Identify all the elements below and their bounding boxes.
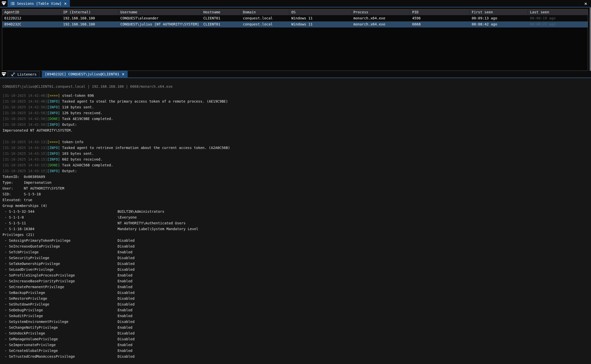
console-line: - SeProfileSingleProcessPrivilegeEnabled [3,272,591,278]
session-cell: CONQUEST\julius [NT AUTHORITY\SYSTEM] [118,21,201,27]
console-line: - SeShutdownPrivilegeDisabled [3,301,591,307]
tab-listeners[interactable]: Listeners [8,71,40,77]
column-header-username[interactable]: Username [118,9,201,15]
session-cell: Windows 11 [289,21,351,27]
session-cell: 4596 [410,15,470,21]
session-cell: 00:09:13 ago [470,15,528,21]
console-line: Type: Impersonation [3,180,591,186]
session-cell: conquest.local [241,15,289,21]
console-line: Group memberships (4) [3,203,591,209]
session-cell: CLIENT01 [201,15,241,21]
console-line: User: NT AUTHORITY\SYSTEM [3,186,591,191]
console-line: - SeIncreaseQuotaPrivilegeDisabled [3,244,591,249]
agent-status-line: CONQUEST\julius@CLIENT01.conquest.local … [3,84,591,89]
c2-client-window: Sessions [Table View] × × AgentIDIP (Int… [0,0,591,364]
list-view-icon [11,2,15,6]
table-header-row: AgentIDIP (Internal)UsernameHostnameDoma… [2,9,588,15]
triangle-down-icon [2,74,6,76]
satellite-dish-icon [11,72,15,77]
column-header-first-seen[interactable]: First seen [470,9,528,15]
console-line: - SeDebugPrivilegeEnabled [3,307,591,313]
console-line: [31-10-2025 14:43:15][INFO] 103 bytes se… [3,151,591,157]
window-close-icon[interactable]: × [582,1,589,7]
sessions-table-scrollbar[interactable] [590,8,591,72]
console-line: - SeManageVolumePrivilegeDisabled [3,336,591,342]
tab-listeners-label: Listeners [17,72,37,76]
console-line: - SeRestorePrivilegeDisabled [3,296,591,301]
tab-agent-close-icon[interactable]: × [122,72,125,76]
session-cell: 192.168.168.100 [61,15,118,21]
console-output: [31-10-2025 14:42:46][>>>>] steal-token … [3,93,591,359]
tab-overview-dropdown-button-2[interactable] [0,71,8,77]
console-line: - SeTcbPrivilegeEnabled [3,249,591,255]
tab-overview-dropdown-button[interactable] [0,0,8,7]
console-line: [31-10-2025 14:42:50][INFO] 126 bytes re… [3,110,591,116]
tab-agent-console[interactable]: [894D232C] CONQUEST\julius@CLIENT01 × [42,71,128,77]
console-line: - SeIncreaseBasePriorityPrivilegeEnabled [3,278,591,284]
console-line: [31-10-2025 14:42:46][INFO] Tasked agent… [3,99,591,104]
console-line: - SeSecurityPrivilegeDisabled [3,255,591,261]
session-cell: monarch.x64.exe [351,21,410,27]
console-line: - SeBackupPrivilegeDisabled [3,290,591,296]
console-line: - SeAssignPrimaryTokenPrivilegeDisabled [3,238,591,244]
session-row-6122D212[interactable]: 6122D212192.168.168.100CONQUEST\alexande… [2,15,588,21]
session-row-894D232C[interactable]: 894D232C192.168.168.100CONQUEST\julius [… [2,21,588,27]
console-line: [31-10-2025 14:43:15][INFO] 602 bytes re… [3,157,591,162]
triangle-down-icon [2,3,6,5]
console-line: - S-1-1-0\Everyone [3,215,591,220]
tab-agent-label: [894D232C] CONQUEST\julius@CLIENT01 [45,72,119,76]
console-line: Elevated: true [3,197,591,203]
session-cell: conquest.local [241,21,289,27]
column-header-process[interactable]: Process [351,9,410,15]
column-header-last-seen[interactable]: Last seen [528,9,588,15]
console-line: - SeSystemEnvironmentPrivilegeDisabled [3,319,591,325]
console-line: - SeTakeOwnershipPrivilegeDisabled [3,261,591,267]
console-line: - S-1-5-11NT AUTHORITY\Authenticated Use… [3,220,591,226]
console-line: TokenID: 0x00389A09 [3,174,591,180]
console-tabbar: Listeners [894D232C] CONQUEST\julius@CLI… [0,71,591,78]
session-cell: Windows 11 [289,15,351,21]
console-line: - SeCreatePermanentPrivilegeEnabled [3,284,591,290]
console-line: [31-10-2025 14:42:50][INFO] 118 bytes se… [3,104,591,110]
console-line: Privileges (21) [3,232,591,238]
console-line: - SeCreateGlobalPrivilegeEnabled [3,348,591,354]
console-line: [31-10-2025 14:43:15][INFO] Output: [3,168,591,174]
session-cell: 00:00:21 ago [528,21,588,27]
tab-sessions-label: Sessions [Table View] [17,2,62,6]
console-line: [31-10-2025 14:42:50][INFO] Output: [3,122,591,128]
console-line: [31-10-2025 14:43:13][>>>>] token-info [3,139,591,145]
column-header-hostname[interactable]: Hostname [201,9,241,15]
session-cell: 00:08:42 ago [470,21,528,27]
console-line: - SeTrustedCredManAccessPrivilegeDisable… [3,354,591,359]
column-header-pid[interactable]: PID [410,9,470,15]
column-header-os[interactable]: OS [289,9,351,15]
column-header-ip-internal[interactable]: IP (Internal) [61,9,118,15]
console-line: SID: S-1-5-18 [3,191,591,197]
sessions-tabbar: Sessions [Table View] × × [0,0,591,8]
console-line: Impersonated NT AUTHORITY\SYSTEM. [3,128,591,133]
tab-sessions-table-view[interactable]: Sessions [Table View] × [8,0,70,7]
session-cell: 6122D212 [2,15,61,21]
collapse-icon [2,72,6,73]
console-line: [31-10-2025 14:42:50][DONE] Task AE19C9B… [3,116,591,122]
console-line [3,133,591,139]
session-cell: 6668 [410,21,470,27]
tab-sessions-close-icon[interactable]: × [64,2,67,5]
collapse-icon [2,2,6,3]
agent-console[interactable]: CONQUEST\julius@CLIENT01.conquest.local … [0,78,591,364]
console-line: [31-10-2025 14:42:46][>>>>] steal-token … [3,93,591,99]
column-header-domain[interactable]: Domain [241,9,289,15]
console-line: - SeLoadDriverPrivilegeDisabled [3,267,591,272]
console-line: - SeImpersonatePrivilegeEnabled [3,342,591,348]
console-line: [31-10-2025 14:43:15][DONE] Task A2A0C56… [3,162,591,168]
session-cell: CLIENT01 [201,21,241,27]
sessions-table: AgentIDIP (Internal)UsernameHostnameDoma… [2,9,588,71]
column-header-agentid[interactable]: AgentID [2,9,61,15]
console-line: - SeAuditPrivilegeEnabled [3,313,591,319]
console-line: - SeChangeNotifyPrivilegeEnabled [3,325,591,330]
session-cell: CONQUEST\alexander [118,15,201,21]
session-cell: 894D232C [2,21,61,27]
session-cell: 00:00:19 ago [528,15,588,21]
console-line: [31-10-2025 14:43:13][INFO] Tasked agent… [3,145,591,151]
console-line: - S-1-16-16384Mandatory Label\System Man… [3,226,591,232]
